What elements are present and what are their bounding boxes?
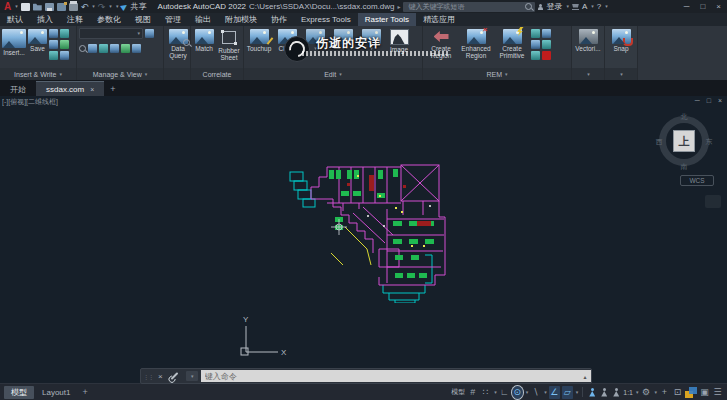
- plot-icon[interactable]: [69, 3, 78, 11]
- create-region-button[interactable]: Create Region: [425, 28, 457, 59]
- model-tab[interactable]: 模型: [4, 386, 34, 399]
- rem-icon-2[interactable]: [542, 29, 551, 38]
- snap-dropdown-icon[interactable]: [493, 388, 497, 397]
- search-icon[interactable]: [525, 3, 532, 10]
- undo-dropdown-icon[interactable]: [91, 2, 95, 11]
- save-image-button[interactable]: Save: [28, 28, 47, 52]
- command-history-expand-icon[interactable]: ▴: [579, 370, 591, 382]
- image-histogram-button[interactable]: Image: [386, 28, 412, 53]
- close-button[interactable]: ×: [712, 2, 725, 11]
- insert-button[interactable]: Insert...: [2, 28, 26, 56]
- app-store-dropdown-icon[interactable]: [590, 2, 594, 11]
- object-snap-icon[interactable]: ▱: [562, 386, 573, 399]
- write-icon-2[interactable]: [60, 29, 69, 38]
- write-icon-3[interactable]: [49, 40, 58, 49]
- viewcube-south[interactable]: 南: [679, 162, 689, 172]
- osnap-dropdown-icon[interactable]: [575, 388, 579, 397]
- isolate-objects-icon[interactable]: [685, 387, 697, 398]
- drawing-close-button[interactable]: ×: [718, 97, 722, 104]
- share-label[interactable]: 共享: [131, 1, 147, 12]
- layout1-tab[interactable]: Layout1: [36, 387, 76, 398]
- grid-display-icon[interactable]: #: [467, 386, 478, 399]
- tab-collaborate[interactable]: 协作: [264, 13, 294, 26]
- tab-default[interactable]: 默认: [0, 13, 30, 26]
- vectorize-button[interactable]: Vectori...: [574, 28, 602, 52]
- snap-button[interactable]: Snap: [607, 28, 635, 52]
- create-primitive-button[interactable]: Create Primitive: [495, 28, 529, 59]
- drawing-canvas[interactable]: [-][俯视][二维线框] ─ □ × 北 南 东 西 上 WCS: [0, 96, 727, 384]
- signin-label[interactable]: 登录: [546, 1, 562, 12]
- app-logo[interactable]: A: [4, 1, 11, 12]
- help-search-box[interactable]: [403, 2, 535, 12]
- annotation-scale-value[interactable]: 1:1: [623, 389, 633, 396]
- viewcube-top-face[interactable]: 上: [673, 130, 695, 152]
- drawing-restore-button[interactable]: □: [707, 97, 711, 104]
- snap-panel-label[interactable]: [605, 68, 637, 80]
- viewcube-north[interactable]: 北: [679, 112, 689, 122]
- tab-view[interactable]: 视图: [128, 13, 158, 26]
- minimize-button[interactable]: ─: [680, 2, 694, 11]
- edit-tool-button-1[interactable]: [302, 28, 328, 52]
- enhanced-region-button[interactable]: × Enhanced Region: [459, 28, 493, 59]
- viewport-controls-label[interactable]: [-][俯视][二维线框]: [2, 97, 58, 107]
- scale-dropdown-icon[interactable]: [635, 388, 639, 397]
- command-drag-handle[interactable]: ⋮⋮: [141, 373, 155, 380]
- clean-screen-icon[interactable]: ▣: [699, 386, 710, 399]
- ucs-icon[interactable]: Y X: [232, 312, 292, 366]
- rubber-sheet-button[interactable]: Rubber Sheet: [217, 28, 241, 61]
- image-manager-icon[interactable]: [145, 29, 154, 38]
- isodraft-icon[interactable]: ∖: [530, 386, 541, 399]
- redo-icon[interactable]: ↷: [98, 2, 106, 12]
- correlate-panel-label[interactable]: Correlate: [191, 68, 243, 80]
- model-space-badge[interactable]: 模型: [451, 387, 465, 397]
- viewcube-east[interactable]: 东: [704, 137, 714, 147]
- viewcube-west[interactable]: 西: [654, 137, 664, 147]
- rem-icon-3[interactable]: [531, 40, 540, 49]
- help-icon[interactable]: ?: [597, 2, 601, 11]
- store-cart-icon[interactable]: [572, 4, 579, 10]
- tab-manage[interactable]: 管理: [158, 13, 188, 26]
- signin-dropdown-icon[interactable]: [565, 2, 569, 11]
- snap-mode-icon[interactable]: ∷: [480, 386, 491, 399]
- workspace-dropdown-icon[interactable]: [653, 388, 657, 397]
- manage-view-panel-label[interactable]: Manage & View: [77, 68, 163, 80]
- clean-button[interactable]: Clean: [274, 28, 300, 52]
- write-icon-6[interactable]: [60, 51, 69, 60]
- insert-write-panel-label[interactable]: Insert & Write: [0, 68, 76, 80]
- tab-express-tools[interactable]: Express Tools: [294, 13, 358, 26]
- write-icon-4[interactable]: [60, 40, 69, 49]
- polar-tracking-icon[interactable]: ⊙: [512, 386, 523, 399]
- recent-commands-icon[interactable]: [186, 371, 198, 381]
- command-input[interactable]: [201, 370, 579, 382]
- units-icon[interactable]: ⊡: [672, 386, 683, 399]
- redo-dropdown-icon[interactable]: [108, 2, 112, 11]
- open-file-icon[interactable]: [33, 3, 42, 11]
- add-layout-button[interactable]: +: [78, 387, 91, 397]
- help-dropdown-icon[interactable]: [604, 2, 608, 11]
- save-as-icon[interactable]: [57, 3, 66, 11]
- view-icon-1[interactable]: [88, 44, 97, 53]
- object-snap-tracking-icon[interactable]: ∠: [549, 386, 560, 399]
- annotation-visibility-icon[interactable]: [589, 388, 595, 397]
- workspace-switching-icon[interactable]: ⚙: [640, 386, 651, 399]
- touchup-button[interactable]: Touchup: [246, 28, 272, 52]
- undo-icon[interactable]: ↶: [81, 2, 89, 12]
- rem-icon-5[interactable]: [531, 51, 540, 60]
- command-close-icon[interactable]: ×: [155, 372, 166, 381]
- ortho-mode-icon[interactable]: ∟: [499, 386, 510, 399]
- navigation-bar[interactable]: [705, 195, 721, 208]
- tab-raster-tools[interactable]: Raster Tools: [358, 13, 416, 26]
- rem-icon-4[interactable]: [542, 40, 551, 49]
- tab-output[interactable]: 输出: [188, 13, 218, 26]
- vectorize-panel-label[interactable]: [572, 68, 604, 80]
- user-icon[interactable]: [538, 4, 543, 10]
- annotation-scale-icon[interactable]: [613, 388, 619, 397]
- image-select-combobox[interactable]: [79, 28, 143, 39]
- autodesk-app-icon[interactable]: A: [582, 2, 587, 11]
- save-icon[interactable]: [45, 3, 54, 11]
- view-icon-5[interactable]: [132, 44, 141, 53]
- rem-panel-label[interactable]: REM: [423, 68, 571, 80]
- path-caret-icon[interactable]: ▸: [397, 3, 400, 10]
- qat-customize-icon[interactable]: [115, 2, 119, 11]
- command-customize-icon[interactable]: [170, 372, 178, 380]
